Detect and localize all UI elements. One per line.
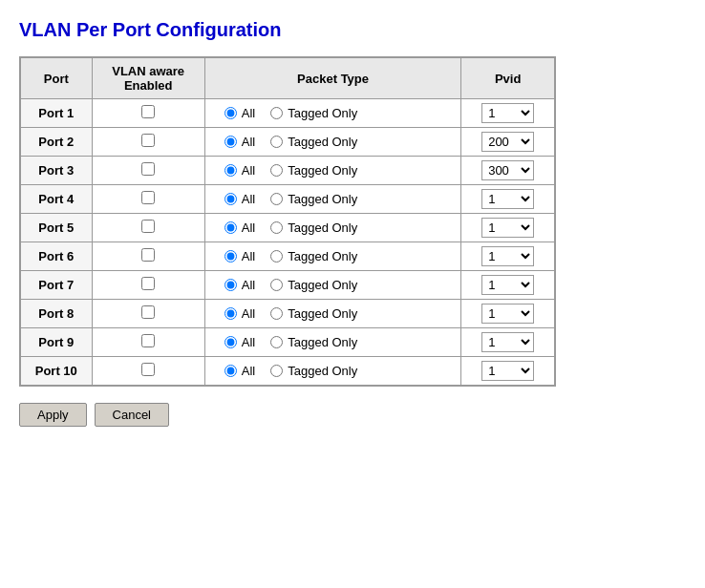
pvid-cell[interactable]: 12100200300 [461, 99, 555, 128]
packet-type-cell: AllTagged Only [204, 328, 461, 357]
packet-all-label[interactable]: All [224, 306, 255, 321]
vlan-aware-cell[interactable] [92, 242, 204, 271]
packet-tagged-label[interactable]: Tagged Only [270, 278, 357, 292]
table-row: Port 2AllTagged Only12100200300 [21, 128, 555, 157]
packet-tagged-radio[interactable] [270, 164, 283, 177]
vlan-aware-cell[interactable] [92, 271, 204, 300]
col-header-port: Port [21, 58, 93, 99]
packet-tagged-radio[interactable] [270, 307, 283, 320]
packet-tagged-radio[interactable] [270, 107, 283, 119]
pvid-cell[interactable]: 12100200300 [461, 214, 555, 242]
pvid-select[interactable]: 12100200300 [481, 275, 534, 295]
port-label: Port 4 [21, 185, 93, 214]
vlan-aware-cell[interactable] [92, 357, 204, 386]
packet-tagged-radio[interactable] [270, 336, 283, 348]
packet-tagged-radio[interactable] [270, 136, 283, 148]
vlan-aware-cell[interactable] [92, 185, 204, 214]
vlan-aware-checkbox[interactable] [141, 105, 155, 118]
packet-tagged-label[interactable]: Tagged Only [270, 106, 357, 120]
vlan-aware-cell[interactable] [92, 214, 204, 242]
pvid-cell[interactable]: 12100200300 [461, 271, 555, 300]
packet-tagged-label[interactable]: Tagged Only [270, 163, 357, 178]
packet-type-radio-group: AllTagged Only [224, 192, 454, 206]
vlan-aware-cell[interactable] [92, 328, 204, 357]
pvid-select[interactable]: 12100200300 [481, 132, 534, 152]
pvid-cell[interactable]: 12100200300 [461, 242, 555, 271]
packet-all-label[interactable]: All [224, 192, 255, 206]
packet-tagged-label[interactable]: Tagged Only [270, 335, 357, 349]
packet-all-label[interactable]: All [224, 135, 255, 149]
pvid-select[interactable]: 12100200300 [481, 304, 534, 324]
pvid-cell[interactable]: 12100200300 [461, 300, 555, 328]
packet-type-radio-group: AllTagged Only [224, 364, 454, 378]
table-row: Port 7AllTagged Only12100200300 [21, 271, 555, 300]
table-row: Port 5AllTagged Only12100200300 [21, 214, 555, 242]
pvid-cell[interactable]: 12100200300 [461, 157, 555, 185]
pvid-cell[interactable]: 12100200300 [461, 185, 555, 214]
pvid-select[interactable]: 12100200300 [481, 332, 534, 352]
packet-type-radio-group: AllTagged Only [224, 335, 454, 349]
cancel-button[interactable]: Cancel [95, 403, 169, 427]
packet-type-radio-group: AllTagged Only [224, 220, 454, 235]
packet-all-radio[interactable] [224, 136, 237, 148]
page-title: VLAN Per Port Configuration [19, 19, 686, 41]
packet-all-label[interactable]: All [224, 163, 255, 178]
packet-all-radio[interactable] [224, 221, 237, 234]
table-row: Port 8AllTagged Only12100200300 [21, 300, 555, 328]
vlan-aware-checkbox[interactable] [141, 248, 155, 262]
vlan-aware-checkbox[interactable] [141, 363, 155, 376]
packet-all-label[interactable]: All [224, 249, 255, 263]
vlan-aware-cell[interactable] [92, 128, 204, 157]
pvid-select[interactable]: 12100200300 [481, 189, 534, 209]
packet-all-label[interactable]: All [224, 278, 255, 292]
pvid-cell[interactable]: 12100200300 [461, 328, 555, 357]
port-label: Port 3 [21, 157, 93, 185]
packet-all-radio[interactable] [224, 279, 237, 291]
packet-all-radio[interactable] [224, 365, 237, 377]
pvid-cell[interactable]: 12100200300 [461, 128, 555, 157]
button-row: Apply Cancel [19, 403, 686, 427]
packet-tagged-radio[interactable] [270, 193, 283, 205]
packet-all-radio[interactable] [224, 107, 237, 119]
vlan-aware-cell[interactable] [92, 300, 204, 328]
vlan-aware-checkbox[interactable] [141, 305, 155, 319]
table-row: Port 10AllTagged Only12100200300 [21, 357, 555, 386]
packet-all-label[interactable]: All [224, 335, 255, 349]
apply-button[interactable]: Apply [19, 403, 87, 427]
packet-tagged-radio[interactable] [270, 279, 283, 291]
vlan-aware-checkbox[interactable] [141, 191, 155, 204]
packet-all-label[interactable]: All [224, 364, 255, 378]
pvid-select[interactable]: 12100200300 [481, 160, 534, 180]
vlan-aware-checkbox[interactable] [141, 334, 155, 347]
vlan-aware-cell[interactable] [92, 99, 204, 128]
pvid-select[interactable]: 12100200300 [481, 218, 534, 238]
packet-tagged-label[interactable]: Tagged Only [270, 249, 357, 263]
packet-tagged-label[interactable]: Tagged Only [270, 135, 357, 149]
vlan-aware-checkbox[interactable] [141, 134, 155, 147]
vlan-aware-checkbox[interactable] [141, 220, 155, 233]
col-header-pvid: Pvid [461, 58, 555, 99]
packet-all-radio[interactable] [224, 164, 237, 177]
packet-tagged-radio[interactable] [270, 365, 283, 377]
packet-tagged-label[interactable]: Tagged Only [270, 220, 357, 235]
pvid-select[interactable]: 12100200300 [481, 103, 534, 123]
packet-type-cell: AllTagged Only [204, 128, 461, 157]
vlan-aware-checkbox[interactable] [141, 162, 155, 176]
vlan-aware-cell[interactable] [92, 157, 204, 185]
col-header-packet-type: Packet Type [204, 58, 461, 99]
vlan-aware-checkbox[interactable] [141, 277, 155, 290]
packet-all-radio[interactable] [224, 193, 237, 205]
pvid-select[interactable]: 12100200300 [481, 361, 534, 381]
packet-all-radio[interactable] [224, 250, 237, 262]
packet-tagged-radio[interactable] [270, 221, 283, 234]
packet-tagged-label[interactable]: Tagged Only [270, 306, 357, 321]
pvid-cell[interactable]: 12100200300 [461, 357, 555, 386]
packet-all-radio[interactable] [224, 307, 237, 320]
packet-tagged-radio[interactable] [270, 250, 283, 262]
packet-tagged-label[interactable]: Tagged Only [270, 192, 357, 206]
packet-all-radio[interactable] [224, 336, 237, 348]
packet-tagged-label[interactable]: Tagged Only [270, 364, 357, 378]
packet-all-label[interactable]: All [224, 106, 255, 120]
packet-all-label[interactable]: All [224, 220, 255, 235]
pvid-select[interactable]: 12100200300 [481, 246, 534, 266]
